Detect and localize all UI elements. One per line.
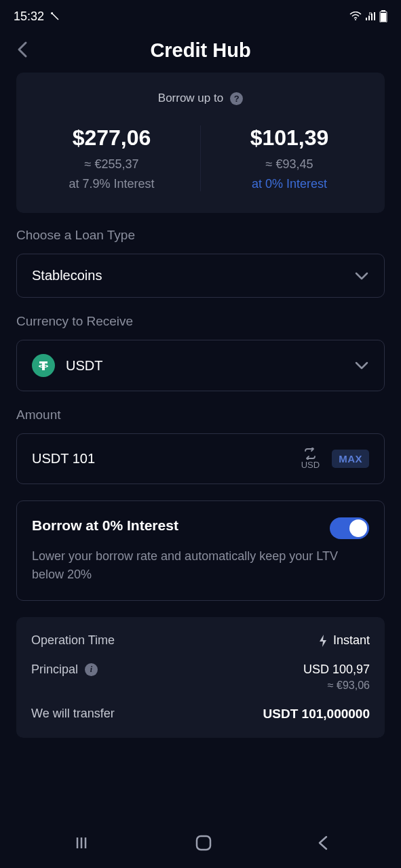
- tether-icon: [32, 354, 55, 377]
- svg-rect-5: [197, 836, 210, 850]
- currency-switch-button[interactable]: USD: [301, 448, 320, 470]
- notification-icon: [50, 11, 60, 22]
- currency-select[interactable]: USDT: [16, 340, 385, 391]
- borrow-option-zero[interactable]: $101,39 ≈ €93,45 at 0% Interest: [201, 125, 371, 191]
- status-bar: 15:32 R: [0, 0, 401, 27]
- borrow-up-to-label: Borrow up to ?: [30, 92, 371, 105]
- zero-interest-toggle-box: Borrow at 0% Interest Lower your borrow …: [16, 500, 385, 601]
- wifi-icon: [349, 12, 362, 21]
- help-icon[interactable]: ?: [230, 92, 243, 105]
- toggle-title: Borrow at 0% Interest: [32, 517, 178, 534]
- principal-value: USD 100,97: [303, 663, 370, 677]
- summary-card: Operation Time Instant Principal i USD 1…: [16, 617, 385, 738]
- max-button[interactable]: MAX: [332, 450, 369, 468]
- header: Credit Hub: [0, 27, 401, 73]
- chevron-down-icon: [354, 271, 369, 281]
- transfer-label: We will transfer: [31, 707, 115, 721]
- borrow-amount-zero: $101,39: [208, 125, 371, 151]
- swap-icon: [303, 448, 318, 460]
- nav-back-button[interactable]: [317, 834, 329, 854]
- back-button[interactable]: [16, 40, 28, 62]
- transfer-value: USDT 101,000000: [263, 707, 370, 722]
- principal-approx: ≈ €93,06: [303, 679, 370, 692]
- status-time: 15:32: [14, 9, 44, 24]
- nav-home-button[interactable]: [194, 833, 213, 855]
- signal-icon: R: [364, 12, 377, 21]
- svg-rect-4: [381, 13, 386, 22]
- amount-input[interactable]: USDT 101 USD MAX: [16, 433, 385, 484]
- currency-label: Currency to Receive: [16, 314, 385, 329]
- borrow-interest-zero: at 0% Interest: [208, 177, 371, 191]
- loan-type-label: Choose a Loan Type: [16, 228, 385, 243]
- operation-time-value: Instant: [333, 633, 370, 648]
- zero-interest-switch[interactable]: [330, 517, 369, 539]
- borrow-option-interest[interactable]: $277,06 ≈ €255,37 at 7.9% Interest: [30, 125, 201, 191]
- nav-recent-button[interactable]: [73, 834, 90, 854]
- info-icon[interactable]: i: [85, 663, 98, 676]
- currency-value: USDT: [66, 358, 102, 374]
- status-right: R: [349, 10, 387, 22]
- lightning-icon: [318, 634, 328, 648]
- toggle-description: Lower your borrow rate and automatically…: [32, 547, 369, 584]
- amount-value: USDT 101: [32, 451, 95, 467]
- android-nav-bar: [0, 821, 401, 868]
- page-title: Credit Hub: [16, 39, 385, 62]
- borrow-approx-zero: ≈ €93,45: [208, 157, 371, 172]
- amount-label: Amount: [16, 408, 385, 422]
- chevron-down-icon: [354, 361, 369, 370]
- loan-type-select[interactable]: Stablecoins: [16, 254, 385, 298]
- borrow-amount-primary: $277,06: [30, 125, 193, 151]
- status-left: 15:32: [14, 9, 60, 24]
- borrow-limit-card: Borrow up to ? $277,06 ≈ €255,37 at 7.9%…: [16, 73, 385, 213]
- borrow-interest-primary: at 7.9% Interest: [30, 177, 193, 191]
- borrow-approx-primary: ≈ €255,37: [30, 157, 193, 172]
- svg-point-0: [355, 19, 356, 20]
- battery-icon: [379, 10, 387, 22]
- operation-time-label: Operation Time: [31, 633, 115, 648]
- loan-type-value: Stablecoins: [32, 268, 102, 283]
- principal-label: Principal i: [31, 663, 98, 677]
